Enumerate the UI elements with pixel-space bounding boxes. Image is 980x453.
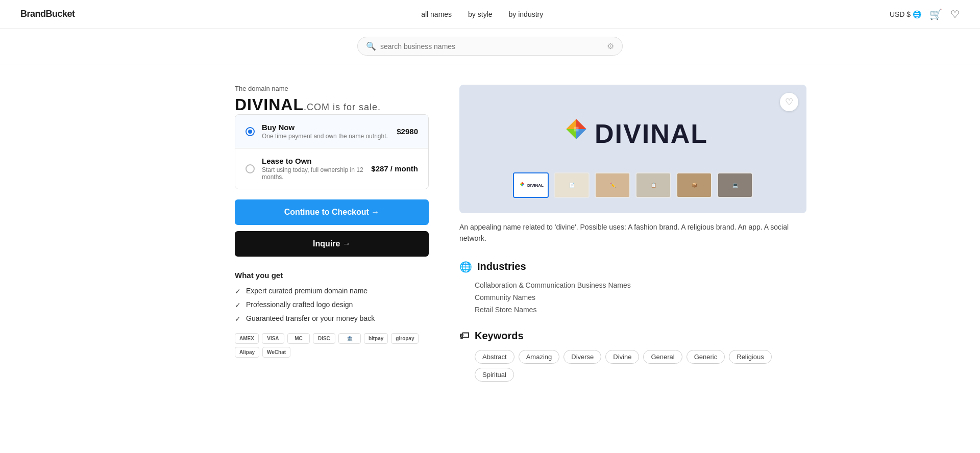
keyword-6[interactable]: Religious bbox=[729, 350, 771, 364]
brand-name-text: DIVINAL bbox=[595, 118, 708, 149]
cart-icon: 🛒 bbox=[929, 9, 942, 20]
currency-selector[interactable]: USD $ 🌐 bbox=[890, 10, 921, 18]
keyword-5[interactable]: Generic bbox=[687, 350, 725, 364]
industries-header: 🌐 Industries bbox=[459, 261, 806, 273]
domain-name-text: DIVINAL bbox=[235, 95, 304, 114]
thumb-2[interactable]: ✏️ bbox=[595, 172, 630, 198]
benefit-1-text: Expert curated premium domain name bbox=[246, 287, 368, 295]
payment-bank: 🏦 bbox=[338, 333, 361, 344]
buy-now-option[interactable]: Buy Now One time payment and own the nam… bbox=[235, 115, 428, 148]
keyword-4[interactable]: General bbox=[643, 350, 682, 364]
thumb-1[interactable]: 📄 bbox=[554, 172, 590, 198]
payment-wechat: WeChat bbox=[262, 347, 290, 358]
wishlist-heart-icon: ♡ bbox=[785, 96, 793, 108]
keywords-header: 🏷 Keywords bbox=[459, 330, 806, 342]
tag-icon: 🏷 bbox=[459, 330, 470, 342]
main-content: The domain name DIVINAL.COM is for sale.… bbox=[153, 64, 827, 402]
search-icon: 🔍 bbox=[366, 41, 376, 51]
svg-marker-8 bbox=[522, 184, 524, 186]
payment-visa: VISA bbox=[262, 333, 284, 344]
lease-to-own-option[interactable]: Lease to Own Start using today, full own… bbox=[235, 148, 428, 189]
thumb-0-inner: DIVINAL bbox=[514, 173, 548, 197]
thumb-0[interactable]: DIVINAL bbox=[513, 172, 549, 198]
right-panel: ♡ DIVINAL bbox=[459, 85, 806, 382]
lease-desc: Start using today, full ownership in 12 … bbox=[262, 166, 371, 181]
buy-now-desc: One time payment and own the name outrig… bbox=[262, 133, 397, 140]
main-nav: all names by style by industry bbox=[421, 10, 543, 18]
payment-bitpay: bitpay bbox=[364, 333, 388, 344]
industry-link-1[interactable]: Community Names bbox=[475, 293, 806, 301]
keywords-title: Keywords bbox=[475, 330, 524, 342]
svg-marker-9 bbox=[520, 184, 522, 186]
search-bar-wrapper: 🔍 ⚙ bbox=[0, 29, 980, 64]
benefit-2-text: Professionally crafted logo design bbox=[246, 300, 353, 309]
payment-giropay: giropay bbox=[391, 333, 419, 344]
thumb-2-inner: ✏️ bbox=[596, 173, 629, 197]
keyword-0[interactable]: Abstract bbox=[475, 350, 514, 364]
benefit-2: ✓ Professionally crafted logo design bbox=[235, 300, 429, 309]
lease-price: $287 / month bbox=[371, 164, 418, 173]
svg-rect-5 bbox=[574, 127, 579, 132]
nav-by-industry[interactable]: by industry bbox=[509, 10, 544, 18]
brand-logo-icon bbox=[558, 115, 595, 152]
domain-title: DIVINAL.COM is for sale. bbox=[235, 95, 429, 114]
brand-description: An appealing name related to 'divine'. P… bbox=[459, 221, 806, 244]
header: BrandBucket all names by style by indust… bbox=[0, 0, 980, 29]
nav-by-style[interactable]: by style bbox=[468, 10, 492, 18]
benefit-3-text: Guaranteed transfer or your money back bbox=[246, 314, 375, 322]
wishlist-button[interactable]: ♡ bbox=[780, 93, 798, 111]
payment-methods: AMEX VISA MC DISC 🏦 bitpay giropay Alipa… bbox=[235, 333, 429, 358]
logo[interactable]: BrandBucket bbox=[20, 9, 75, 19]
industry-link-0[interactable]: Collaboration & Communication Business N… bbox=[475, 281, 806, 289]
domain-subtitle: The domain name bbox=[235, 85, 429, 92]
lease-label: Lease to Own bbox=[262, 157, 371, 165]
payment-discover: DISC bbox=[313, 333, 335, 344]
industry-links: Collaboration & Communication Business N… bbox=[475, 281, 806, 314]
search-input[interactable] bbox=[380, 42, 603, 51]
thumb-5-inner: 💻 bbox=[718, 173, 752, 197]
buy-now-price: $2980 bbox=[397, 127, 418, 136]
industries-title: Industries bbox=[477, 261, 526, 272]
buy-now-radio[interactable] bbox=[246, 127, 255, 136]
check-icon-3: ✓ bbox=[235, 315, 241, 323]
heart-icon: ♡ bbox=[950, 9, 960, 20]
checkout-button[interactable]: Continue to Checkout → bbox=[235, 199, 429, 225]
thumb-4[interactable]: 📦 bbox=[676, 172, 712, 198]
keyword-tags: Abstract Amazing Diverse Divine General … bbox=[475, 350, 806, 382]
global-wishlist-button[interactable]: ♡ bbox=[950, 8, 960, 20]
filter-icon[interactable]: ⚙ bbox=[607, 41, 614, 51]
thumb-4-inner: 📦 bbox=[677, 173, 711, 197]
thumb-5[interactable]: 💻 bbox=[717, 172, 753, 198]
lease-radio[interactable] bbox=[246, 164, 255, 173]
what-you-get-title: What you get bbox=[235, 271, 429, 280]
nav-all-names[interactable]: all names bbox=[421, 10, 452, 18]
inquire-button[interactable]: Inquire → bbox=[235, 231, 429, 257]
logo-display: ♡ DIVINAL bbox=[459, 85, 806, 213]
thumb-3-inner: 📋 bbox=[636, 173, 670, 197]
header-right: USD $ 🌐 🛒 ♡ bbox=[890, 8, 960, 20]
buy-now-details: Buy Now One time payment and own the nam… bbox=[262, 123, 397, 140]
svg-marker-7 bbox=[520, 182, 522, 184]
lease-details: Lease to Own Start using today, full own… bbox=[262, 157, 371, 181]
cart-button[interactable]: 🛒 bbox=[929, 8, 942, 20]
radio-inner-dot bbox=[248, 130, 252, 134]
payment-mc: MC bbox=[287, 333, 310, 344]
thumb-3[interactable]: 📋 bbox=[635, 172, 671, 198]
keyword-7[interactable]: Spiritual bbox=[475, 368, 514, 382]
buy-now-label: Buy Now bbox=[262, 123, 397, 132]
thumb-1-inner: 📄 bbox=[555, 173, 589, 197]
keyword-3[interactable]: Divine bbox=[605, 350, 639, 364]
brand-logo-area: DIVINAL bbox=[480, 115, 786, 167]
what-you-get-section: What you get ✓ Expert curated premium do… bbox=[235, 271, 429, 323]
keyword-1[interactable]: Amazing bbox=[519, 350, 560, 364]
globe-icon: 🌐 bbox=[459, 261, 472, 273]
left-panel: The domain name DIVINAL.COM is for sale.… bbox=[235, 85, 429, 382]
payment-amex: AMEX bbox=[235, 333, 259, 344]
check-icon-1: ✓ bbox=[235, 287, 241, 295]
industry-link-2[interactable]: Retail Store Names bbox=[475, 306, 806, 314]
keyword-2[interactable]: Diverse bbox=[564, 350, 601, 364]
payment-alipay: Alipay bbox=[235, 347, 259, 358]
thumbnail-strip: DIVINAL 📄 ✏️ 📋 📦 💻 bbox=[480, 172, 786, 203]
check-icon-2: ✓ bbox=[235, 301, 241, 309]
search-bar: 🔍 ⚙ bbox=[357, 37, 623, 56]
